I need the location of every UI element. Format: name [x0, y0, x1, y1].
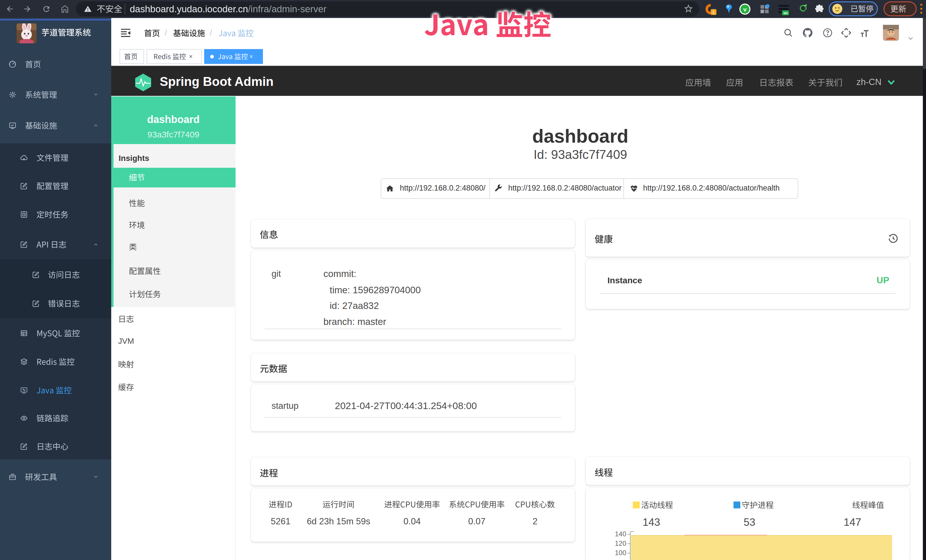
svg-text:v: v: [743, 6, 747, 12]
svg-text:1: 1: [712, 10, 715, 15]
svg-text:on: on: [784, 11, 788, 15]
